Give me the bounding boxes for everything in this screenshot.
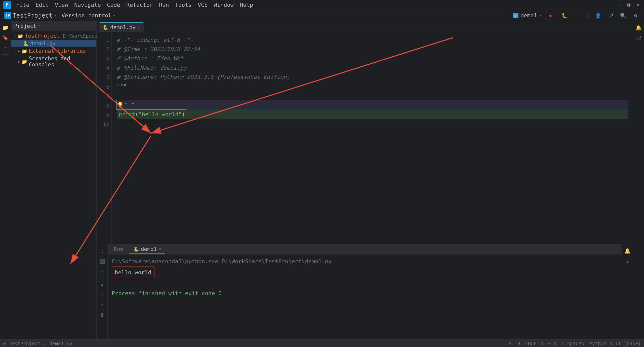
run-icon-rerun[interactable]: ↺ bbox=[98, 246, 107, 255]
sidebar-icon-more[interactable]: ⋯ bbox=[1, 43, 10, 52]
code-line-7 bbox=[117, 91, 628, 100]
code-line-3: # @Author : Eden Wei bbox=[117, 54, 628, 63]
tab-close-demo1py[interactable]: ✕ bbox=[138, 25, 140, 30]
main-layout: 📁 🔖 ⋯ Project ▾ ▾ 📂 TestProject D:\WorkS… bbox=[0, 21, 644, 339]
project-panel: Project ▾ ▾ 📂 TestProject D:\WorkSpace\T… bbox=[11, 21, 97, 339]
sidebar-icon-bookmarks[interactable]: 🔖 bbox=[1, 33, 10, 42]
run-icon-stop[interactable]: ⬛ bbox=[98, 256, 107, 266]
more-options-button[interactable]: ⋮ bbox=[573, 12, 581, 19]
far-right-icon-git[interactable]: ⎇ bbox=[634, 33, 643, 42]
run-tab-demo1-close[interactable]: ✕ bbox=[159, 247, 161, 251]
menu-tools[interactable]: Tools bbox=[173, 1, 194, 9]
app-icon: P bbox=[3, 1, 11, 9]
menu-run[interactable]: Run bbox=[156, 1, 172, 9]
menu-file[interactable]: File bbox=[14, 1, 32, 9]
projectbar: TP TestProject ▾ Version control ▾ ▷ dem… bbox=[0, 10, 644, 21]
folder-icon-external-libs: 📁 bbox=[22, 49, 27, 54]
status-project-name: TestProject bbox=[9, 341, 41, 346]
run-icon-expand[interactable]: ⤢ bbox=[98, 300, 107, 309]
run-icon-filter[interactable]: ⊞ bbox=[98, 290, 107, 299]
status-line-col[interactable]: 9:19 bbox=[509, 341, 520, 346]
profile-icon[interactable]: 👤 bbox=[594, 12, 602, 19]
status-python[interactable]: Python 3.11 (base) bbox=[589, 341, 641, 346]
menu-code[interactable]: Code bbox=[104, 1, 123, 9]
menu-navigate[interactable]: Navigate bbox=[72, 1, 103, 9]
run-command-line: C:\Software\anaconda3\python.exe D:\Work… bbox=[112, 256, 618, 267]
code-line-2: # @Time : 2023/10/6 22:54 bbox=[117, 45, 628, 54]
run-config-selector[interactable]: ▷ demo1 ▾ bbox=[513, 12, 542, 19]
run-tab-run[interactable]: Run bbox=[110, 245, 127, 254]
code-area[interactable]: # -*- coding: utf-8 -*- # @Time : 2023/1… bbox=[112, 32, 633, 244]
run-tab-demo1-icon: 🐍 bbox=[133, 246, 139, 252]
editor-tab-demo1py[interactable]: 🐍 demo1.py ✕ bbox=[99, 22, 144, 32]
code-line-5: # @Software: PyCharm 2023.3.1 (Professio… bbox=[117, 72, 628, 82]
run-main: Run 🐍 demo1 ✕ C:\Software\anaconda3\pyth… bbox=[108, 244, 622, 339]
titlebar: P File Edit View Navigate Code Refactor … bbox=[0, 0, 644, 10]
menu-view[interactable]: View bbox=[52, 1, 71, 9]
status-project-label: ⊙ bbox=[3, 341, 9, 346]
editor-area: 🐍 demo1.py ✕ 12345 678910 # -*- coding: … bbox=[97, 21, 633, 244]
run-tab-demo1-label: demo1 bbox=[141, 246, 157, 252]
maximize-button[interactable]: ⧉ bbox=[626, 2, 631, 8]
menu-edit[interactable]: Edit bbox=[33, 1, 51, 9]
code-line-1: # -*- coding: utf-8 -*- bbox=[117, 35, 628, 45]
status-indent[interactable]: 4 spaces bbox=[561, 341, 584, 346]
code-line-4: # @FileName: demo1.py bbox=[117, 63, 628, 72]
menu-window[interactable]: Window bbox=[211, 1, 236, 9]
far-right-sidebar: 🔔 ⎇ bbox=[633, 21, 644, 339]
debug-button[interactable]: 🐛 bbox=[560, 12, 569, 19]
editor-tabs-bar: 🐍 demo1.py ✕ bbox=[97, 21, 633, 32]
right-icon-problems[interactable]: ⚠ bbox=[623, 256, 632, 266]
print-code-box: print("hello world") bbox=[117, 109, 187, 119]
run-output-line: hello world bbox=[112, 267, 618, 279]
panel-header-project[interactable]: Project ▾ bbox=[11, 21, 96, 31]
run-icon-trash[interactable]: 🗑 bbox=[98, 310, 107, 319]
run-button[interactable]: ▶ bbox=[546, 12, 556, 19]
search-everywhere-icon[interactable]: 🔍 bbox=[619, 12, 627, 19]
tree-label-demo1py: demo1.py bbox=[30, 40, 56, 47]
menu-vcs[interactable]: VCS bbox=[195, 1, 210, 9]
run-sidebar-sep1 bbox=[98, 278, 106, 278]
statusbar-right: 9:19 CRLF UTF-8 4 spaces Python 3.11 (ba… bbox=[509, 341, 641, 346]
right-sidebar: 🔔 ⚠ bbox=[622, 244, 633, 339]
code-line-9: print("hello world") bbox=[117, 110, 628, 119]
menu-refactor[interactable]: Refactor bbox=[124, 1, 155, 9]
project-name-label: TestProject bbox=[13, 12, 53, 19]
sidebar-icon-project[interactable]: 📁 bbox=[1, 23, 10, 32]
tree-item-scratches[interactable]: ▶ 📁 Scratches and Consoles bbox=[11, 55, 96, 68]
hello-world-output-box: hello world bbox=[112, 267, 154, 279]
status-file[interactable]: demo1.py bbox=[49, 341, 72, 346]
panel-title: Project bbox=[14, 23, 36, 29]
run-finish-msg: Process finished with exit code 0 bbox=[112, 288, 618, 298]
settings-icon[interactable]: ⚙ bbox=[631, 12, 640, 19]
status-encoding[interactable]: UTF-8 bbox=[542, 341, 556, 346]
run-config-dropdown-icon: ▾ bbox=[539, 13, 542, 18]
git-icon[interactable]: ⎇ bbox=[606, 12, 615, 19]
panel-dropdown-icon: ▾ bbox=[38, 24, 41, 28]
tree-arrow-testproject: ▾ bbox=[14, 34, 16, 38]
minimize-button[interactable]: — bbox=[616, 2, 622, 8]
version-control-selector[interactable]: Version control ▾ bbox=[62, 12, 115, 19]
run-panel-tabs: Run 🐍 demo1 ✕ bbox=[108, 244, 622, 254]
folder-icon-scratches: 📁 bbox=[22, 59, 27, 64]
menu-bar: File Edit View Navigate Code Refactor Ru… bbox=[14, 1, 256, 9]
status-line-ending[interactable]: CRLF bbox=[525, 341, 537, 346]
right-icon-notifications[interactable]: 🔔 bbox=[623, 246, 632, 255]
run-tab-demo1[interactable]: 🐍 demo1 ✕ bbox=[129, 245, 165, 254]
tree-item-testproject[interactable]: ▾ 📂 TestProject D:\WorkSpace\TestProject bbox=[11, 32, 96, 40]
far-right-icon-notifications[interactable]: 🔔 bbox=[634, 23, 643, 32]
status-project[interactable]: ⊙ TestProject bbox=[3, 341, 41, 346]
menu-help[interactable]: Help bbox=[237, 1, 256, 9]
tree-item-demo1py[interactable]: 🐍 demo1.py bbox=[11, 40, 96, 47]
tree-label-scratches: Scratches and Consoles bbox=[29, 56, 93, 68]
project-tree: ▾ 📂 TestProject D:\WorkSpace\TestProject… bbox=[11, 31, 96, 339]
run-icon-sort[interactable]: ≡ bbox=[98, 280, 107, 289]
tree-item-external-libs[interactable]: ▶ 📁 External Libraries bbox=[11, 47, 96, 55]
run-config-label: demo1 bbox=[520, 12, 537, 19]
project-selector[interactable]: TP TestProject ▾ bbox=[4, 12, 57, 19]
tree-label-external-libs: External Libraries bbox=[29, 48, 86, 54]
run-icon-more[interactable]: ⋯ bbox=[98, 267, 107, 276]
editor-content[interactable]: 12345 678910 # -*- coding: utf-8 -*- # @… bbox=[97, 32, 633, 244]
toolbar-right: ▷ demo1 ▾ ▶ 🐛 ⋮ 👤 ⎇ 🔍 ⚙ bbox=[513, 12, 640, 19]
close-button[interactable]: ✕ bbox=[635, 2, 641, 8]
